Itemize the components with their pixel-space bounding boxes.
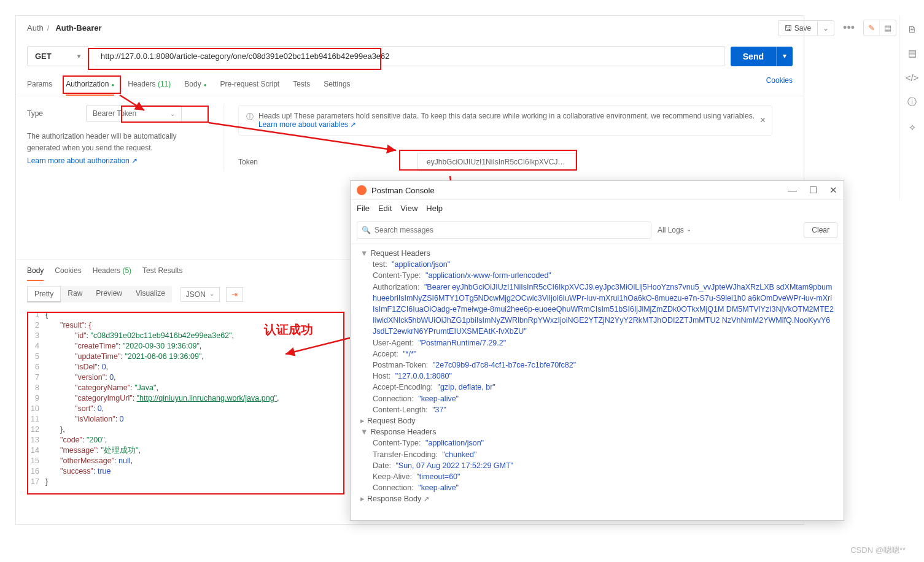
tab-prerequest[interactable]: Pre-request Script: [220, 76, 279, 96]
view-visualize[interactable]: Visualize: [129, 286, 172, 302]
auth-hint: The authorization header will be automat…: [27, 131, 211, 154]
breadcrumb: Auth / Auth-Bearer: [16, 16, 804, 40]
request-tabs: Params Authorization Headers (11) Body P…: [16, 72, 804, 96]
tab-settings[interactable]: Settings: [324, 76, 350, 96]
headsup-text: Heads up! These parameters hold sensitiv…: [258, 112, 755, 120]
external-icon[interactable]: ↗: [424, 495, 429, 502]
breadcrumb-current[interactable]: Auth-Bearer: [55, 23, 101, 33]
resp-tab-headers[interactable]: Headers (5): [93, 266, 131, 281]
code-icon[interactable]: </>: [906, 72, 919, 83]
resp-tab-testresults[interactable]: Test Results: [142, 266, 182, 281]
postman-icon: [357, 185, 367, 195]
annotation-box: [63, 75, 121, 94]
view-pretty[interactable]: Pretty: [27, 286, 61, 302]
tab-body[interactable]: Body: [184, 76, 206, 96]
annotation-box: [399, 150, 577, 171]
watermark: CSDN @嗯嗯**: [850, 545, 906, 556]
method-label: GET: [35, 52, 52, 61]
auth-learn-link[interactable]: Learn more about authorization ↗: [27, 156, 211, 165]
console-search-input[interactable]: [357, 221, 651, 239]
menu-file[interactable]: File: [357, 204, 370, 213]
chevron-down-icon: ▾: [77, 53, 80, 60]
headsup-banner: ⓘ Heads up! These parameters hold sensit…: [238, 105, 772, 136]
wrap-icon[interactable]: ⇥: [226, 287, 243, 302]
info-icon: ⓘ: [246, 112, 254, 129]
log-filter[interactable]: All Logs⌄: [658, 226, 691, 234]
save-dropdown[interactable]: ⌄: [818, 20, 834, 36]
annotation-label: 认证成功: [264, 321, 313, 338]
clear-button[interactable]: Clear: [804, 222, 837, 238]
format-select[interactable]: JSON⌄: [181, 287, 220, 302]
top-actions: 🖫Save ⌄ ••• ✎ ▤: [778, 20, 896, 36]
more-icon[interactable]: •••: [839, 21, 858, 34]
bulb-icon[interactable]: ⟡: [909, 121, 915, 133]
console-titlebar[interactable]: Postman Console — ☐ ✕: [351, 181, 844, 200]
type-label: Type: [27, 109, 43, 118]
comment-icon[interactable]: ▤: [880, 20, 896, 36]
menu-edit[interactable]: Edit: [378, 204, 392, 213]
info-icon[interactable]: ⓘ: [907, 96, 917, 108]
resp-tab-cookies[interactable]: Cookies: [55, 266, 81, 281]
send-button[interactable]: Send: [731, 47, 776, 66]
annotation-box: [121, 106, 209, 123]
headsup-link[interactable]: Learn more about variables ↗: [258, 120, 356, 129]
console-toolbar: 🔍 All Logs⌄ Clear: [351, 217, 844, 244]
docs-icon[interactable]: 🗎: [907, 24, 917, 34]
menu-help[interactable]: Help: [426, 204, 443, 213]
cookies-link[interactable]: Cookies: [766, 76, 793, 96]
console-title: Postman Console: [371, 186, 435, 195]
close-icon[interactable]: ✕: [829, 185, 837, 196]
resp-tab-body[interactable]: Body: [27, 266, 44, 281]
view-raw[interactable]: Raw: [61, 286, 89, 302]
tab-params[interactable]: Params: [27, 76, 52, 96]
minimize-icon[interactable]: —: [788, 185, 797, 196]
annotation-box: [27, 312, 344, 495]
postman-console-window: Postman Console — ☐ ✕ File Edit View Hel…: [350, 180, 844, 521]
save-icon: 🖫: [785, 24, 792, 33]
console-body[interactable]: ▼Request Headers test: "application/json…: [351, 244, 844, 509]
tab-tests[interactable]: Tests: [293, 76, 310, 96]
save-button[interactable]: 🖫Save: [778, 20, 818, 36]
search-icon: 🔍: [362, 226, 371, 234]
annotation-box: [88, 48, 381, 70]
edit-icon[interactable]: ✎: [864, 20, 880, 36]
comments-icon[interactable]: ▤: [908, 48, 917, 59]
send-dropdown[interactable]: ▾: [776, 47, 793, 66]
maximize-icon[interactable]: ☐: [809, 185, 817, 196]
menu-view[interactable]: View: [400, 204, 417, 213]
close-icon[interactable]: ×: [760, 115, 766, 126]
breadcrumb-parent[interactable]: Auth: [27, 23, 44, 33]
token-label: Token: [238, 158, 258, 166]
view-preview[interactable]: Preview: [89, 286, 129, 302]
method-select[interactable]: GET ▾: [27, 46, 88, 66]
tab-headers[interactable]: Headers (11): [128, 76, 171, 96]
right-rail: 🗎 ▤ </> ⓘ ⟡: [899, 15, 924, 199]
console-menu: File Edit View Help: [351, 200, 844, 217]
